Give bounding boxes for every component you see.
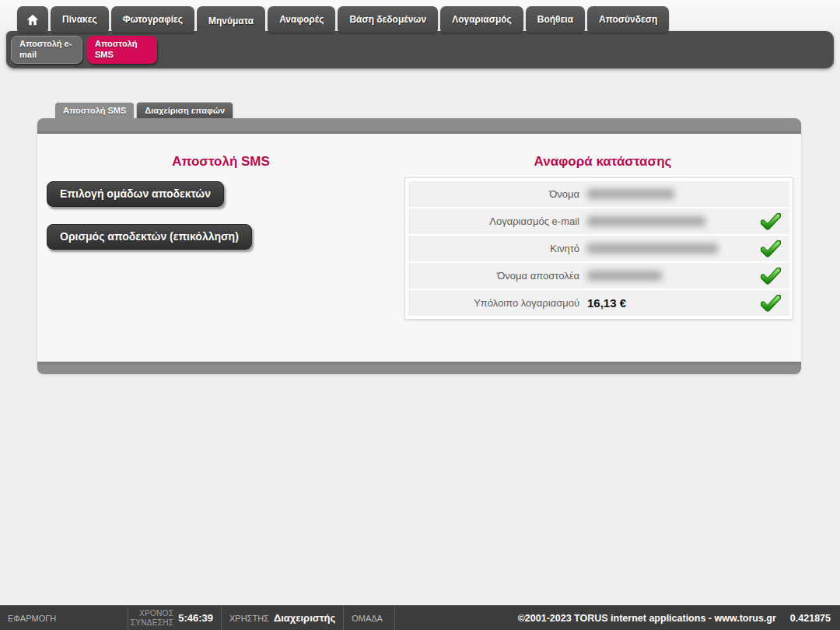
tab-logariasmos[interactable]: Λογαριασμός bbox=[440, 6, 523, 33]
panel-bottom-bar bbox=[37, 362, 801, 374]
redacted-value bbox=[587, 216, 705, 226]
tab-vasi-dedomenon[interactable]: Βάση δεδομένων bbox=[338, 6, 438, 33]
group-label: ΟΜΑΔΑ bbox=[352, 614, 383, 623]
check-icon bbox=[761, 295, 781, 312]
user-value: Διαχειριστής bbox=[274, 612, 335, 624]
send-sms-heading: Αποστολή SMS bbox=[37, 154, 404, 170]
panel-top-bar bbox=[37, 118, 801, 134]
tab-minimata[interactable]: Μηνύματα bbox=[197, 6, 265, 36]
application-label: ΕΦΑΡΜΟΓΗ bbox=[8, 614, 56, 623]
content-panel: Αποστολή SMS Επιλογή ομάδων αποδεκτών Ορ… bbox=[37, 118, 801, 374]
tab-aposyndesi[interactable]: Αποσύνδεση bbox=[587, 6, 669, 33]
table-row-email: Λογαριασμός e-mail bbox=[408, 208, 789, 234]
sub-navigation-bar: Αποστολή e-mail Αποστολή SMS bbox=[6, 31, 834, 68]
tab-fotografies[interactable]: Φωτογραφίες bbox=[111, 6, 194, 33]
redacted-value bbox=[587, 189, 674, 199]
redacted-value bbox=[587, 243, 718, 254]
content-tab-apostoli-sms[interactable]: Αποστολή SMS bbox=[54, 102, 135, 118]
row-label: Υπόλοιπο λογαριασμού bbox=[408, 297, 587, 309]
define-recipients-paste-button[interactable]: Ορισμός αποδεκτών (επικόλληση) bbox=[47, 224, 252, 250]
row-label: Κινητό bbox=[408, 243, 587, 254]
session-time-value: 5:46:39 bbox=[178, 612, 213, 624]
home-icon bbox=[26, 14, 39, 26]
copyright-text: ©2001-2023 TORUS internet applications -… bbox=[518, 613, 776, 624]
subnav-apostoli-email-button[interactable]: Αποστολή e-mail bbox=[11, 36, 82, 64]
status-report-heading: Αναφορά κατάστασης bbox=[404, 154, 801, 170]
subnav-apostoli-sms-button[interactable]: Αποστολή SMS bbox=[87, 36, 157, 64]
session-time-label: ΧΡΟΝΟΣ ΣΥΝΔΕΣΗΣ bbox=[131, 609, 173, 627]
table-row-sender-name: Όνομα αποστολέα bbox=[408, 263, 789, 289]
tab-voitheia[interactable]: Βοήθεια bbox=[526, 6, 585, 33]
status-table: Όνομα Λογαριασμός e-mail bbox=[404, 177, 793, 320]
content-tabs: Αποστολή SMS Διαχείριση επαφών bbox=[54, 102, 233, 118]
check-icon bbox=[761, 213, 781, 230]
select-recipient-groups-button[interactable]: Επιλογή ομάδων αποδεκτών bbox=[47, 181, 224, 207]
tab-pinakes[interactable]: Πίνακες bbox=[51, 6, 109, 33]
table-row-name: Όνομα bbox=[408, 181, 789, 207]
check-icon bbox=[761, 240, 781, 257]
row-label: Όνομα αποστολέα bbox=[408, 270, 587, 282]
row-label: Λογαριασμός e-mail bbox=[408, 215, 587, 227]
tab-home[interactable] bbox=[17, 6, 48, 33]
main-navigation: Πίνακες Φωτογραφίες Μηνύματα Αναφορές Βά… bbox=[17, 6, 669, 33]
status-bar: ΕΦΑΡΜΟΓΗ ΧΡΟΝΟΣ ΣΥΝΔΕΣΗΣ 5:46:39 ΧΡΗΣΤΗΣ… bbox=[0, 605, 840, 630]
send-sms-section: Αποστολή SMS Επιλογή ομάδων αποδεκτών Ορ… bbox=[37, 134, 404, 320]
user-label: ΧΡΗΣΤΗΣ bbox=[229, 614, 269, 623]
check-icon bbox=[761, 268, 781, 285]
table-row-balance: Υπόλοιπο λογαριασμού 16,13 € bbox=[408, 290, 789, 316]
tab-anafores[interactable]: Αναφορές bbox=[268, 6, 335, 33]
row-label: Όνομα bbox=[408, 188, 587, 200]
table-row-mobile: Κινητό bbox=[408, 236, 789, 261]
redacted-value bbox=[587, 271, 662, 281]
status-report-section: Αναφορά κατάστασης Όνομα Λογαριασμός e-m… bbox=[404, 134, 801, 320]
version-number: 0.421875 bbox=[790, 613, 831, 624]
content-tab-diaxeirisi-epafon[interactable]: Διαχείριση επαφών bbox=[136, 102, 233, 118]
balance-value: 16,13 € bbox=[587, 296, 752, 310]
